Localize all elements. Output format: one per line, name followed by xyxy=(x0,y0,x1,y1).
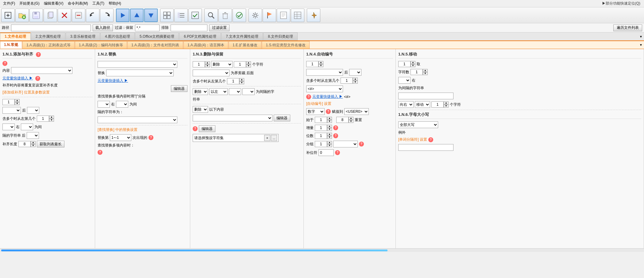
toolbar-search-btn[interactable] xyxy=(204,9,218,22)
panel5-direction-select[interactable]: 向右 xyxy=(398,101,414,108)
toolbar-delete-x-btn[interactable] xyxy=(58,9,71,22)
panel2-nth-help[interactable]: ? xyxy=(148,135,153,140)
panel3-editor-btn2[interactable]: 编辑器 xyxy=(199,125,215,132)
tab-file-attr[interactable]: 2.文件属性处理 xyxy=(31,32,65,40)
toolbar-down-btn[interactable] xyxy=(144,9,158,22)
panel4-settings-link[interactable]: [自动编号] 设置 xyxy=(306,101,331,106)
menu-commands[interactable]: 命令列表(M) xyxy=(66,0,90,7)
sub-tab-advanced3[interactable]: 1.A.高级(3)：文件名对照列表 xyxy=(127,41,183,49)
panel4-after-select[interactable] xyxy=(306,69,343,76)
panel4-start-up[interactable]: ▲ xyxy=(318,61,323,64)
panel5-take-input[interactable] xyxy=(398,61,411,67)
tab-file-name[interactable]: 1.文件名处理 xyxy=(0,32,31,40)
panel5-right-select[interactable] xyxy=(398,77,411,84)
panel2-dir-select[interactable] xyxy=(98,101,110,108)
panel1-between-select[interactable] xyxy=(21,124,33,130)
panel3-editor-btn[interactable]: 编辑器 xyxy=(274,115,290,121)
tab-image-info[interactable]: 4.图片信息处理 xyxy=(100,32,135,40)
panel3-del-dir2[interactable]: 删除 xyxy=(193,106,208,113)
panel3-del-select[interactable]: 删除 xyxy=(211,61,233,68)
panel5-take-up[interactable]: ▲ xyxy=(411,61,415,64)
quick-position[interactable]: ▶部分功能快速定位(Q) xyxy=(602,1,643,6)
sub-tab-advanced2[interactable]: 1.A.高级(2)：编码与转换等 xyxy=(75,41,127,49)
panel3-multi-input[interactable] xyxy=(227,78,239,84)
panel4-group-help[interactable]: ? xyxy=(359,142,364,147)
panel5-wordsep-input[interactable] xyxy=(398,144,453,151)
panel2-quick-insert-btn[interactable]: 元变量快捷插入 ▶ xyxy=(98,78,128,83)
panel1-position-link[interactable]: [添加或补齐] 位置及参数设置 xyxy=(2,90,50,95)
panel2-settings-link[interactable]: [查找替换] 中的替换设置 xyxy=(98,127,137,132)
panel4-startval-down[interactable]: ▼ xyxy=(327,120,332,123)
panel1-multi-input[interactable] xyxy=(37,116,49,122)
tab-file-sort[interactable]: 8.文件归类处理 xyxy=(263,32,298,40)
panel3-char-input[interactable] xyxy=(234,61,246,67)
panel3-del-num-input[interactable] xyxy=(193,61,205,67)
toolbar-checklist-btn[interactable] xyxy=(188,9,202,22)
panel1-num-up[interactable]: ▲ xyxy=(15,99,20,102)
toolbar-flag-btn[interactable] xyxy=(263,9,276,22)
panel4-template-select[interactable]: <#> xyxy=(306,86,343,92)
toolbar-grid1-btn[interactable] xyxy=(160,9,174,22)
panel4-increment-down[interactable]: ▼ xyxy=(327,128,332,131)
panel4-start-input[interactable] xyxy=(306,61,318,67)
tab-end-arrow[interactable]: ▼ xyxy=(638,32,644,40)
toolbar-undo-btn[interactable] xyxy=(86,9,99,22)
menu-rename[interactable]: 开始更名(G) xyxy=(17,0,41,7)
panel4-help[interactable]: ? xyxy=(306,94,311,99)
panel4-increment-input[interactable] xyxy=(315,125,327,131)
panel5-take-down[interactable]: ▼ xyxy=(411,64,415,67)
bottom-scroll[interactable] xyxy=(0,248,644,252)
panel4-digits-help[interactable]: ? xyxy=(333,133,338,138)
panel2-nth-select[interactable]: 1~-1 xyxy=(110,134,131,141)
menu-file[interactable]: 文件(F) xyxy=(1,0,17,7)
tab-pdf[interactable]: 6.PDF文档属性处理 xyxy=(179,32,221,40)
tab-text-attr[interactable]: 7.文本文件属性处理 xyxy=(221,32,263,40)
panel1-after-select2[interactable] xyxy=(27,107,39,114)
panel5-move-select[interactable]: 移动 xyxy=(415,101,430,108)
panel3-del-dir1[interactable]: 删除 xyxy=(193,88,208,95)
exclude-input[interactable] xyxy=(171,25,207,31)
toolbar-copy-btn[interactable] xyxy=(44,9,57,22)
panel4-digits-input[interactable] xyxy=(315,133,327,139)
toolbar-grid2-btn[interactable] xyxy=(174,9,188,22)
panel5-sep-input[interactable] xyxy=(398,93,453,99)
panel2-between-select[interactable] xyxy=(116,101,128,108)
menu-help[interactable]: 帮助(H) xyxy=(107,0,123,7)
panel3-left-select[interactable]: 以左 xyxy=(209,88,228,95)
panel4-group-down[interactable]: ▼ xyxy=(327,144,332,147)
load-path-btn[interactable]: 载入路径 xyxy=(93,25,113,31)
panel5-wordsep-help[interactable]: ? xyxy=(428,137,433,142)
panel1-multi-down[interactable]: ▼ xyxy=(49,119,54,122)
panel3-right-select[interactable] xyxy=(229,88,241,95)
toolbar-clear-btn[interactable] xyxy=(72,9,85,22)
toolbar-open-btn[interactable] xyxy=(15,9,29,22)
panel3-below-input[interactable] xyxy=(193,115,272,121)
toolbar-forward-btn[interactable] xyxy=(116,9,129,22)
panel1-quick-insert-btn[interactable]: 元变量快捷插入 ▶ xyxy=(2,76,33,81)
panel2-multi-help[interactable]: ? xyxy=(98,150,102,155)
toolbar-up-btn[interactable] xyxy=(130,9,144,22)
panel3-multi-up[interactable]: ▲ xyxy=(239,78,244,81)
sub-tab-end-arrow[interactable]: ▼ xyxy=(638,41,644,49)
panel1-pad-input[interactable] xyxy=(18,141,31,147)
panel1-get-max-btn[interactable]: 获取列表最长 xyxy=(37,141,64,147)
panel4-reset-up[interactable]: ▲ xyxy=(349,117,353,120)
panel4-startval-input[interactable] xyxy=(315,117,327,123)
panel2-editor-btn[interactable]: 编辑器 xyxy=(171,85,187,92)
panel5-wordsep-link[interactable]: [单词分隔符] 设置 xyxy=(398,137,427,142)
panel3-multi-down[interactable]: ▼ xyxy=(239,81,244,84)
panel3-right-select2[interactable] xyxy=(242,88,255,95)
panel5-charcount-up[interactable]: ▲ xyxy=(423,69,428,72)
panel1-help[interactable]: ? xyxy=(36,52,41,57)
toolbar-check-btn[interactable] xyxy=(233,9,246,22)
panel4-digit-help[interactable]: ? xyxy=(326,109,331,114)
panel4-multi-input[interactable] xyxy=(341,78,353,84)
panel5-charcount-input[interactable] xyxy=(411,69,423,75)
panel1-right-select[interactable] xyxy=(2,124,15,130)
panel4-after-select2[interactable] xyxy=(349,69,361,76)
panel1-inner-help[interactable]: ? xyxy=(2,61,7,66)
menu-tools[interactable]: 工具(T) xyxy=(91,0,106,7)
panel1-multi-up[interactable]: ▲ xyxy=(49,116,54,119)
tab-office[interactable]: 5.Office文档摘要处理 xyxy=(135,32,179,40)
panel4-increment-up[interactable]: ▲ xyxy=(327,125,332,128)
